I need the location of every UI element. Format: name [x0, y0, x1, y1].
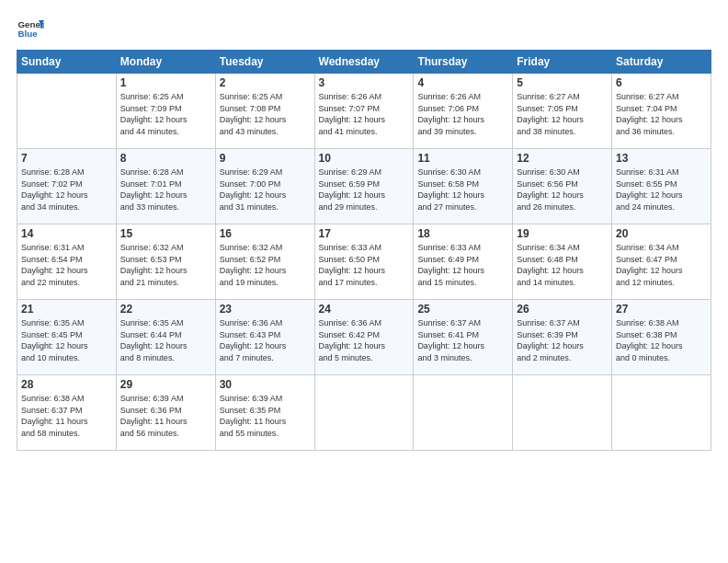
calendar-cell: 4Sunrise: 6:26 AM Sunset: 7:06 PM Daylig… — [414, 74, 513, 149]
calendar-cell: 3Sunrise: 6:26 AM Sunset: 7:07 PM Daylig… — [314, 74, 414, 149]
page-header: General Blue — [17, 15, 711, 42]
day-number: 3 — [319, 76, 410, 89]
day-info: Sunrise: 6:26 AM Sunset: 7:06 PM Dayligh… — [417, 91, 508, 137]
day-info: Sunrise: 6:39 AM Sunset: 6:35 PM Dayligh… — [220, 393, 311, 439]
calendar-cell — [314, 375, 414, 451]
day-info: Sunrise: 6:27 AM Sunset: 7:04 PM Dayligh… — [616, 91, 707, 137]
day-info: Sunrise: 6:27 AM Sunset: 7:05 PM Dayligh… — [517, 91, 608, 137]
calendar-cell: 20Sunrise: 6:34 AM Sunset: 6:47 PM Dayli… — [612, 224, 711, 300]
calendar-week-row: 1Sunrise: 6:25 AM Sunset: 7:09 PM Daylig… — [17, 74, 711, 149]
day-info: Sunrise: 6:30 AM Sunset: 6:58 PM Dayligh… — [417, 167, 508, 213]
calendar-cell: 19Sunrise: 6:34 AM Sunset: 6:48 PM Dayli… — [513, 224, 612, 300]
calendar-cell: 26Sunrise: 6:37 AM Sunset: 6:39 PM Dayli… — [513, 300, 612, 375]
calendar-cell — [17, 74, 117, 149]
logo-icon: General Blue — [17, 15, 44, 42]
day-info: Sunrise: 6:31 AM Sunset: 6:55 PM Dayligh… — [616, 167, 707, 213]
day-info: Sunrise: 6:32 AM Sunset: 6:53 PM Dayligh… — [120, 242, 211, 288]
day-info: Sunrise: 6:26 AM Sunset: 7:07 PM Dayligh… — [319, 91, 410, 137]
day-info: Sunrise: 6:35 AM Sunset: 6:44 PM Dayligh… — [120, 317, 211, 363]
day-info: Sunrise: 6:25 AM Sunset: 7:08 PM Dayligh… — [220, 91, 311, 137]
calendar-cell: 28Sunrise: 6:38 AM Sunset: 6:37 PM Dayli… — [17, 375, 117, 451]
calendar-cell: 23Sunrise: 6:36 AM Sunset: 6:43 PM Dayli… — [215, 300, 314, 375]
calendar-cell: 8Sunrise: 6:28 AM Sunset: 7:01 PM Daylig… — [116, 149, 215, 224]
calendar-week-row: 7Sunrise: 6:28 AM Sunset: 7:02 PM Daylig… — [17, 149, 711, 224]
calendar-cell: 10Sunrise: 6:29 AM Sunset: 6:59 PM Dayli… — [314, 149, 414, 224]
calendar-cell: 15Sunrise: 6:32 AM Sunset: 6:53 PM Dayli… — [116, 224, 215, 300]
weekday-header-tuesday: Tuesday — [215, 51, 314, 74]
day-number: 12 — [517, 152, 608, 165]
day-number: 21 — [21, 303, 112, 316]
day-info: Sunrise: 6:38 AM Sunset: 6:37 PM Dayligh… — [21, 393, 112, 439]
day-number: 30 — [220, 378, 311, 391]
day-info: Sunrise: 6:32 AM Sunset: 6:52 PM Dayligh… — [220, 242, 311, 288]
day-number: 25 — [417, 303, 508, 316]
day-number: 10 — [319, 152, 410, 165]
day-number: 5 — [517, 76, 608, 89]
day-info: Sunrise: 6:29 AM Sunset: 7:00 PM Dayligh… — [220, 167, 311, 213]
calendar-cell — [414, 375, 513, 451]
calendar-cell — [513, 375, 612, 451]
calendar-week-row: 14Sunrise: 6:31 AM Sunset: 6:54 PM Dayli… — [17, 224, 711, 300]
calendar-cell: 29Sunrise: 6:39 AM Sunset: 6:36 PM Dayli… — [116, 375, 215, 451]
day-info: Sunrise: 6:36 AM Sunset: 6:42 PM Dayligh… — [319, 317, 410, 363]
calendar-week-row: 21Sunrise: 6:35 AM Sunset: 6:45 PM Dayli… — [17, 300, 711, 375]
weekday-header-saturday: Saturday — [612, 51, 711, 74]
calendar-cell: 16Sunrise: 6:32 AM Sunset: 6:52 PM Dayli… — [215, 224, 314, 300]
day-number: 7 — [21, 152, 112, 165]
day-number: 24 — [319, 303, 410, 316]
day-number: 13 — [616, 152, 707, 165]
day-number: 28 — [21, 378, 112, 391]
day-number: 29 — [120, 378, 211, 391]
calendar-cell: 17Sunrise: 6:33 AM Sunset: 6:50 PM Dayli… — [314, 224, 414, 300]
day-number: 9 — [220, 152, 311, 165]
day-info: Sunrise: 6:28 AM Sunset: 7:02 PM Dayligh… — [21, 167, 112, 213]
calendar-table: SundayMondayTuesdayWednesdayThursdayFrid… — [17, 50, 711, 451]
calendar-cell: 9Sunrise: 6:29 AM Sunset: 7:00 PM Daylig… — [215, 149, 314, 224]
logo: General Blue — [17, 15, 50, 42]
day-info: Sunrise: 6:29 AM Sunset: 6:59 PM Dayligh… — [319, 167, 410, 213]
weekday-header-wednesday: Wednesday — [314, 51, 414, 74]
day-info: Sunrise: 6:35 AM Sunset: 6:45 PM Dayligh… — [21, 317, 112, 363]
day-number: 14 — [21, 227, 112, 240]
day-info: Sunrise: 6:36 AM Sunset: 6:43 PM Dayligh… — [220, 317, 311, 363]
svg-marker-3 — [40, 23, 45, 29]
day-number: 11 — [417, 152, 508, 165]
day-number: 20 — [616, 227, 707, 240]
calendar-cell: 14Sunrise: 6:31 AM Sunset: 6:54 PM Dayli… — [17, 224, 117, 300]
weekday-header-friday: Friday — [513, 51, 612, 74]
calendar-cell: 5Sunrise: 6:27 AM Sunset: 7:05 PM Daylig… — [513, 74, 612, 149]
day-number: 17 — [319, 227, 410, 240]
day-number: 4 — [417, 76, 508, 89]
day-number: 8 — [120, 152, 211, 165]
calendar-cell: 24Sunrise: 6:36 AM Sunset: 6:42 PM Dayli… — [314, 300, 414, 375]
day-info: Sunrise: 6:28 AM Sunset: 7:01 PM Dayligh… — [120, 167, 211, 213]
day-number: 26 — [517, 303, 608, 316]
calendar-cell: 11Sunrise: 6:30 AM Sunset: 6:58 PM Dayli… — [414, 149, 513, 224]
day-number: 15 — [120, 227, 211, 240]
calendar-cell — [612, 375, 711, 451]
calendar-cell: 1Sunrise: 6:25 AM Sunset: 7:09 PM Daylig… — [116, 74, 215, 149]
day-number: 27 — [616, 303, 707, 316]
day-number: 16 — [220, 227, 311, 240]
day-number: 18 — [417, 227, 508, 240]
weekday-header-monday: Monday — [116, 51, 215, 74]
day-info: Sunrise: 6:33 AM Sunset: 6:49 PM Dayligh… — [417, 242, 508, 288]
calendar-cell: 22Sunrise: 6:35 AM Sunset: 6:44 PM Dayli… — [116, 300, 215, 375]
day-number: 2 — [220, 76, 311, 89]
day-number: 19 — [517, 227, 608, 240]
day-info: Sunrise: 6:33 AM Sunset: 6:50 PM Dayligh… — [319, 242, 410, 288]
weekday-header-sunday: Sunday — [17, 51, 117, 74]
calendar-cell: 12Sunrise: 6:30 AM Sunset: 6:56 PM Dayli… — [513, 149, 612, 224]
calendar-cell: 30Sunrise: 6:39 AM Sunset: 6:35 PM Dayli… — [215, 375, 314, 451]
calendar-cell: 2Sunrise: 6:25 AM Sunset: 7:08 PM Daylig… — [215, 74, 314, 149]
day-number: 22 — [120, 303, 211, 316]
day-info: Sunrise: 6:34 AM Sunset: 6:47 PM Dayligh… — [616, 242, 707, 288]
day-info: Sunrise: 6:34 AM Sunset: 6:48 PM Dayligh… — [517, 242, 608, 288]
day-info: Sunrise: 6:25 AM Sunset: 7:09 PM Dayligh… — [120, 91, 211, 137]
calendar-cell: 6Sunrise: 6:27 AM Sunset: 7:04 PM Daylig… — [612, 74, 711, 149]
day-number: 1 — [120, 76, 211, 89]
svg-text:Blue: Blue — [18, 29, 39, 39]
day-info: Sunrise: 6:37 AM Sunset: 6:41 PM Dayligh… — [417, 317, 508, 363]
day-info: Sunrise: 6:30 AM Sunset: 6:56 PM Dayligh… — [517, 167, 608, 213]
calendar-cell: 7Sunrise: 6:28 AM Sunset: 7:02 PM Daylig… — [17, 149, 117, 224]
